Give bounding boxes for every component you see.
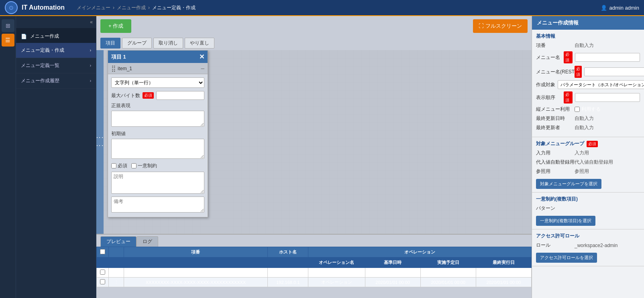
vertical-checkbox[interactable]	[575, 107, 580, 112]
access-role-section: アクセス許可ロール ロール _workspace2-admin アクセス許可ロー…	[532, 229, 644, 266]
input-group-value: 入力用	[575, 150, 640, 156]
row-host: 192.168.0.1	[268, 278, 308, 287]
collapse-icon: «	[90, 19, 93, 25]
editor-preview-area: ⋮⋮ 項目 1 ✕ ⣿ item_1 ─	[96, 50, 532, 298]
th2-id	[124, 257, 268, 268]
unique-constraint-section: 一意制約(複数項目) パターン 一意制約(複数項目)を選択	[532, 193, 644, 229]
auto-group-row: 代入値自動登録用 代入値自動登録用	[536, 159, 640, 166]
row-plan-date: 2020/01/01 00:00	[420, 268, 476, 278]
order-row: 表示順序 必須	[536, 91, 640, 103]
fullscreen-button[interactable]: ⛶ フルスクリーン	[473, 19, 528, 33]
preview-table-wrap: 項番 ホスト名 オペレーション オペレーション名 基準日時	[96, 247, 532, 287]
action-item-button[interactable]: 項目	[100, 38, 120, 49]
card-body: 文字列（単一行） 文字列（複数行） 整数 小数 日時 リスト 最大バイト数 必須	[108, 74, 208, 217]
desc-textarea[interactable]	[111, 172, 204, 194]
ref-group-value: 参照用	[575, 168, 640, 175]
default-input[interactable]	[111, 139, 204, 159]
sidebar-item-menu-list[interactable]: メニュー定義一覧 ›	[16, 58, 96, 73]
type-select[interactable]: 文字列（単一行） 文字列（複数行） 整数 小数 日時 リスト	[111, 77, 204, 88]
card-header: 項目 1 ✕	[108, 51, 208, 63]
sidebar-item-menu-list-arrow: ›	[90, 63, 91, 68]
max-bytes-input[interactable]	[156, 91, 204, 100]
sidebar-item-menu-history-arrow: ›	[90, 79, 91, 83]
drag-dots: ⋮⋮	[96, 134, 104, 150]
breadcrumb-item-1[interactable]: メインメニュー	[77, 4, 110, 11]
action-group-button[interactable]: グループ	[122, 38, 152, 49]
pattern-label: パターン	[536, 205, 572, 212]
note-textarea[interactable]	[111, 197, 204, 213]
list-icon: ☰	[5, 37, 10, 43]
menu-icon: 📄	[21, 34, 27, 39]
sidebar-item-menu-create-label: メニュー定義・作成	[21, 47, 64, 54]
row-dots[interactable]: ⋮	[109, 278, 124, 287]
sidebar-icons: ⊞ ☰	[0, 16, 16, 298]
row-checkbox[interactable]	[100, 270, 105, 275]
select-all-checkbox[interactable]	[100, 249, 105, 254]
item-no-row: 項番 自動入力	[536, 42, 640, 49]
preview-table: 項番 ホスト名 オペレーション オペレーション名 基準日時	[96, 247, 532, 287]
tab-preview[interactable]: プレビュー	[100, 236, 137, 247]
user-label: admin admin	[609, 5, 639, 11]
last-updater-row: 最終更新者 自動入力	[536, 124, 640, 131]
card-collapse-button[interactable]: ─	[201, 66, 204, 71]
menu-name-rest-badge: 必須	[575, 66, 582, 78]
unique-checkbox-text: 一意制約	[138, 162, 157, 169]
order-input[interactable]	[575, 93, 640, 102]
unique-constraint-title: 一意制約(複数項目)	[536, 196, 640, 203]
card-close-button[interactable]: ✕	[199, 53, 204, 61]
basic-info-section: 基本情報 項番 自動入力 メニュー名 必須 メニュー名(REST) 必須 作成対…	[532, 30, 644, 137]
menu-name-rest-input[interactable]	[584, 67, 644, 76]
action-cancel-button[interactable]: 取り消し	[153, 38, 183, 49]
auto-group-label: 代入値自動登録用	[536, 159, 572, 166]
required-checkbox-label[interactable]: 必須	[111, 162, 127, 169]
breadcrumb-item-2[interactable]: メニュー作成	[117, 4, 146, 11]
right-panel-header: メニュー作成情報	[532, 16, 644, 30]
menu-name-rest-row: メニュー名(REST) 必須	[536, 66, 640, 78]
target-select[interactable]: パラメータシート（ホスト/オペレーション毎）	[558, 80, 644, 89]
menu-name-input[interactable]	[575, 53, 640, 62]
vertical-checkbox-wrap: 利用する	[575, 106, 601, 113]
sidebar-icon-grid[interactable]: ⊞	[2, 19, 14, 32]
menu-name-badge: 必須	[564, 51, 573, 63]
create-button[interactable]: + 作成	[100, 19, 131, 33]
row-base-date: 2020/01/01 00:00	[365, 278, 420, 287]
action-bar: 項目 グループ 取り消し やり直し	[96, 36, 532, 50]
action-redo-button[interactable]: やり直し	[185, 38, 214, 49]
th-operation: オペレーション	[308, 247, 532, 257]
sidebar-item-menu-create[interactable]: メニュー定義・作成 ›	[16, 43, 96, 58]
row-checkbox[interactable]	[100, 279, 105, 284]
input-group-row: 入力用 入力用	[536, 150, 640, 156]
unique-checkbox[interactable]	[131, 163, 137, 168]
regex-input[interactable]	[111, 111, 204, 127]
auto-group-value: 代入値自動登録用	[575, 159, 640, 166]
sidebar-item-menu-history[interactable]: メニュー作成履歴 ›	[16, 73, 96, 89]
item-no-value: 自動入力	[575, 42, 640, 49]
basic-info-title: 基本情報	[536, 33, 640, 40]
right-panel: メニュー作成情報 基本情報 項番 自動入力 メニュー名 必須 メニュー名(RES…	[532, 16, 644, 298]
order-badge: 必須	[564, 91, 573, 103]
role-row: ロール _workspace2-admin	[536, 242, 640, 249]
app-header: ⊙ IT Automation メインメニュー › メニュー作成 › メニュー定…	[0, 0, 644, 16]
collapse-button[interactable]: «	[16, 16, 96, 28]
select-unique-button[interactable]: 一意制約(複数項目)を選択	[536, 216, 595, 226]
tab-log[interactable]: ログ	[137, 236, 158, 247]
sidebar-icon-list[interactable]: ☰	[2, 34, 14, 47]
menu-header-label: メニュー作成	[30, 33, 59, 40]
regex-label: 正規表現	[111, 102, 204, 109]
select-target-group-button[interactable]: 対象メニューグループを選択	[536, 179, 601, 189]
row-dots[interactable]: ⋮	[109, 268, 124, 278]
table-row: ⋮ XXXXXXXX-XXXX-XXXX-XXXX-XXXXXXXXXXXX 1…	[97, 268, 532, 278]
card-title: 項目 1	[111, 53, 126, 61]
th2-host	[268, 257, 308, 268]
max-bytes-row: 最大バイト数 必須	[111, 91, 204, 100]
default-label: 初期値	[111, 130, 204, 137]
row-id: XXXXXXXX-XXXX-XXXX-XXXX-XXXXXXXXXXXX	[124, 268, 268, 278]
card-subheader-label: item_1	[118, 66, 132, 71]
card-checkboxes: 必須 一意制約	[111, 162, 204, 169]
required-checkbox[interactable]	[111, 163, 116, 168]
select-access-role-button[interactable]: アクセス許可ロールを選択	[536, 253, 597, 263]
role-label: ロール	[536, 242, 572, 249]
th2-checkbox	[97, 257, 109, 268]
unique-checkbox-label[interactable]: 一意制約	[131, 162, 157, 169]
th2-op-name: オペレーション名	[308, 257, 365, 268]
